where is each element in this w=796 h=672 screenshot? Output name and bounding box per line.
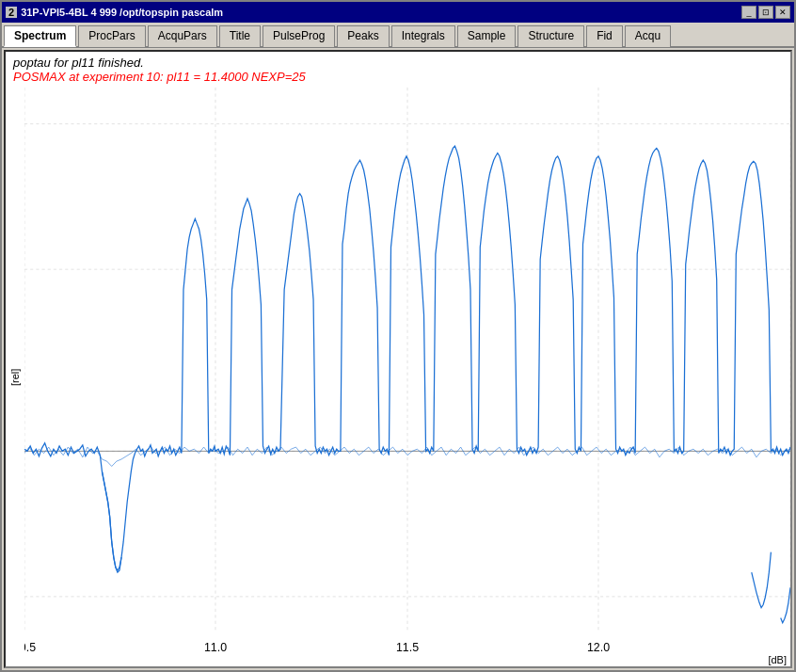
message-line2: POSMAX at experiment 10: pl11 = 11.4000 … [13,70,783,84]
title-bar-buttons: _ ⊡ ✕ [741,6,790,19]
close-button[interactable]: ✕ [775,6,790,19]
window-number: 2 [6,7,17,18]
main-window: 2 31P-VPI5-4BL 4 999 /opt/topspin pascal… [0,0,796,672]
tab-title[interactable]: Title [219,25,261,47]
svg-text:11.5: 11.5 [396,641,419,653]
svg-text:10.5: 10.5 [24,641,36,653]
title-bar-left: 2 31P-VPI5-4BL 4 999 /opt/topspin pascal… [6,7,223,18]
y-axis-label: [rel] [6,88,24,666]
message-line1: poptau for pl11 finished. [13,56,783,70]
tab-procpars[interactable]: ProcPars [78,25,145,47]
tab-peaks[interactable]: Peaks [337,25,389,47]
svg-text:11.0: 11.0 [204,641,227,653]
tab-spectrum[interactable]: Spectrum [4,25,76,47]
tab-sample[interactable]: Sample [457,25,517,47]
window-title: 31P-VPI5-4BL 4 999 /opt/topspin pascalm [21,7,223,18]
tab-structure[interactable]: Structure [517,25,584,47]
tab-acqu[interactable]: Acqu [625,25,671,47]
tab-pulseprog[interactable]: PulseProg [263,25,335,47]
tab-acqupars[interactable]: AcquPars [148,25,217,47]
chart-inner: 10 5 0 -5 10.5 11.0 11.5 12.0 [24,88,790,666]
title-bar: 2 31P-VPI5-4BL 4 999 /opt/topspin pascal… [2,2,794,23]
spectrum-chart: 10 5 0 -5 10.5 11.0 11.5 12.0 [24,88,790,653]
content-area: poptau for pl11 finished. POSMAX at expe… [4,50,792,668]
x-axis-label: [dB] [24,653,790,666]
svg-text:12.0: 12.0 [587,641,610,653]
message-area: poptau for pl11 finished. POSMAX at expe… [6,52,790,88]
tab-fid[interactable]: Fid [586,25,623,47]
tab-bar: Spectrum ProcPars AcquPars Title PulsePr… [2,23,794,48]
minimize-button[interactable]: _ [741,6,756,19]
chart-container: [rel] [6,88,790,666]
maximize-button[interactable]: ⊡ [758,6,773,19]
tab-integrals[interactable]: Integrals [391,25,455,47]
